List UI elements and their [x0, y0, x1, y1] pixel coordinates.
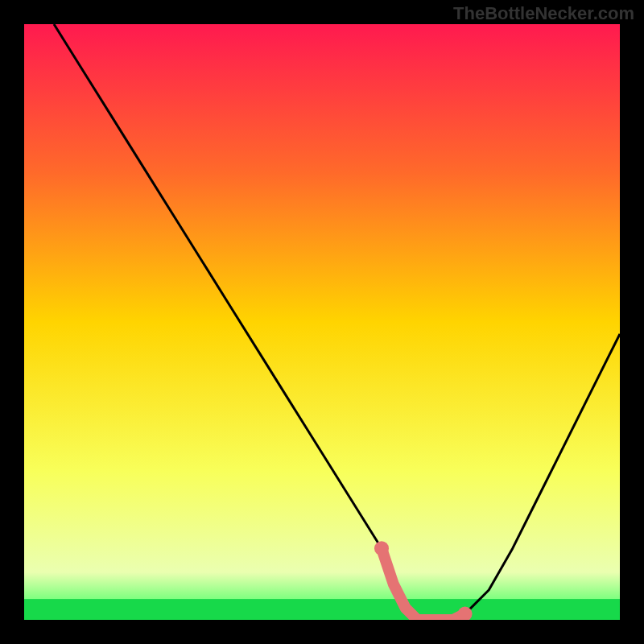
highlight-endpoint: [374, 541, 389, 555]
green-band: [24, 599, 620, 620]
gradient-background: [24, 24, 620, 620]
bottleneck-chart: [24, 24, 620, 620]
chart-svg: [24, 24, 620, 620]
watermark-text: TheBottleNecker.com: [453, 3, 634, 24]
